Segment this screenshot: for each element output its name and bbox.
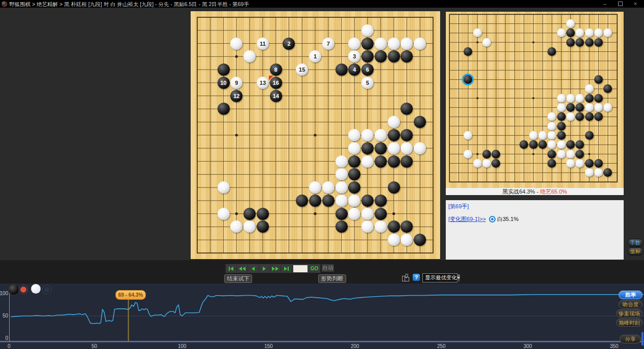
fast-forward-icon[interactable] bbox=[270, 265, 282, 272]
last-move-icon[interactable] bbox=[281, 265, 292, 272]
stone-black bbox=[585, 38, 594, 47]
stone-white: 7 bbox=[322, 38, 334, 50]
app-logo-icon bbox=[2, 1, 7, 7]
chevron-down-icon[interactable] bbox=[457, 274, 460, 281]
stone-black bbox=[322, 195, 334, 207]
stone-white: 13 bbox=[257, 77, 269, 89]
move-number-label: 1 bbox=[309, 50, 321, 62]
title-bar: 野狐围棋 > 绝艺精解 > 黑 朴廷桓 [九段] 对 白 井山裕太 [九段] -… bbox=[0, 0, 644, 8]
stone-white bbox=[335, 195, 348, 207]
move-number-label: 13 bbox=[257, 77, 269, 89]
stone-white bbox=[375, 38, 387, 50]
variation-link[interactable]: [变化图69-1]>> bbox=[448, 216, 486, 222]
stone-white bbox=[473, 159, 482, 168]
stone-black bbox=[388, 220, 400, 233]
x-axis-tick: 100 bbox=[178, 343, 187, 349]
stone-black bbox=[375, 142, 387, 154]
winrate-chart-plot bbox=[0, 283, 644, 349]
help-button[interactable]: ? bbox=[413, 274, 420, 281]
white-unselected-dot-icon[interactable] bbox=[43, 285, 51, 294]
winrate-tab-button[interactable]: 胜率 bbox=[619, 291, 642, 299]
black-stone-toggle-icon[interactable] bbox=[8, 284, 19, 295]
position-judge-button[interactable]: 形势判断 bbox=[318, 274, 346, 283]
stone-white bbox=[335, 168, 348, 180]
x-axis-tick: 350 bbox=[610, 343, 619, 349]
move-number-label: 5 bbox=[361, 77, 374, 89]
move-number-label: 10 bbox=[218, 77, 230, 89]
stone-black bbox=[296, 195, 308, 207]
stone-white bbox=[557, 103, 566, 112]
jueyi-ai-icon bbox=[489, 216, 496, 223]
move-number-input[interactable] bbox=[293, 265, 308, 272]
x-axis-tick: 150 bbox=[264, 343, 273, 349]
stone-white bbox=[218, 181, 230, 194]
go-button[interactable]: GO bbox=[309, 265, 320, 272]
main-board[interactable]: 12345678910111213141516 bbox=[191, 11, 440, 259]
stone-white bbox=[566, 94, 575, 103]
stone-white bbox=[585, 103, 594, 112]
stone-white bbox=[361, 155, 374, 168]
auto-play-button[interactable]: 自动 bbox=[322, 264, 334, 272]
close-icon[interactable]: × bbox=[630, 0, 640, 8]
move-number-label: 2 bbox=[283, 38, 295, 50]
stone-black bbox=[388, 129, 400, 141]
stone-white bbox=[388, 116, 400, 128]
winrate-line bbox=[11, 295, 643, 324]
stone-black bbox=[401, 155, 413, 168]
stone-black bbox=[335, 220, 348, 233]
stone-black bbox=[361, 195, 374, 207]
first-move-icon[interactable] bbox=[226, 265, 237, 272]
stone-black bbox=[257, 208, 269, 220]
stone-black bbox=[375, 155, 387, 168]
score-ai: 绝艺65.0% bbox=[540, 188, 567, 195]
move-number-label: 12 bbox=[230, 90, 242, 102]
stone-white bbox=[335, 155, 348, 168]
stone-white bbox=[401, 38, 413, 50]
stone-black bbox=[361, 38, 374, 50]
stone-black bbox=[594, 38, 603, 47]
step-back-icon[interactable] bbox=[248, 265, 259, 272]
stone-black bbox=[375, 208, 387, 220]
stone-white: 11 bbox=[257, 38, 269, 50]
minimize-icon[interactable]: – bbox=[600, 0, 610, 8]
stone-black bbox=[335, 64, 348, 76]
score-separator: - bbox=[535, 188, 540, 195]
thumbs-up-icon[interactable] bbox=[402, 273, 411, 282]
stone-black bbox=[361, 142, 374, 154]
match-rate-button[interactable]: 吻合度 bbox=[619, 300, 642, 308]
stone-white bbox=[322, 181, 334, 194]
stone-white: 9 bbox=[230, 77, 242, 89]
last-move-marker-icon bbox=[269, 76, 273, 80]
stone-white bbox=[557, 150, 566, 158]
best-variation-dropdown[interactable]: 显示最优变化 bbox=[422, 273, 457, 282]
stone-white bbox=[414, 38, 426, 50]
white-stone-toggle-icon[interactable] bbox=[31, 284, 41, 294]
stone-white bbox=[414, 142, 426, 154]
step-forward-icon[interactable] bbox=[259, 265, 270, 272]
scrollbar-thumb[interactable] bbox=[641, 332, 643, 345]
stone-white bbox=[348, 38, 360, 50]
variation-winrate: 白35.1% bbox=[497, 216, 518, 222]
stone-black bbox=[566, 38, 575, 47]
stone-black: 10 bbox=[218, 77, 230, 89]
move-number-label: 11 bbox=[257, 38, 269, 50]
coordinates-button[interactable]: 坐标 bbox=[628, 247, 643, 256]
stone-black bbox=[309, 195, 321, 207]
analysis-mini-board[interactable] bbox=[446, 12, 624, 188]
variation-panel: [第69手] [变化图69-1]>>白35.1% bbox=[446, 200, 624, 260]
peak-moment-button[interactable]: 巅峰时刻 bbox=[616, 319, 642, 327]
move-number-label: 7 bbox=[322, 38, 334, 50]
stone-white bbox=[375, 129, 387, 141]
stone-black bbox=[375, 195, 387, 207]
rewind-icon[interactable] bbox=[237, 265, 248, 272]
disaster-scene-button[interactable]: 惨案现场 bbox=[616, 309, 642, 318]
variation-row: [变化图69-1]>>白35.1% bbox=[448, 215, 518, 224]
end-trial-button[interactable]: 结束试下 bbox=[224, 274, 252, 283]
stone-white bbox=[388, 234, 400, 246]
stone-black bbox=[557, 122, 566, 131]
playback-controls: GO bbox=[225, 264, 321, 273]
share-button[interactable]: 分享 bbox=[620, 335, 641, 343]
move-numbers-button[interactable]: 手数 bbox=[628, 239, 643, 247]
black-selected-dot-icon[interactable] bbox=[19, 285, 27, 294]
maximize-icon[interactable] bbox=[615, 0, 625, 8]
